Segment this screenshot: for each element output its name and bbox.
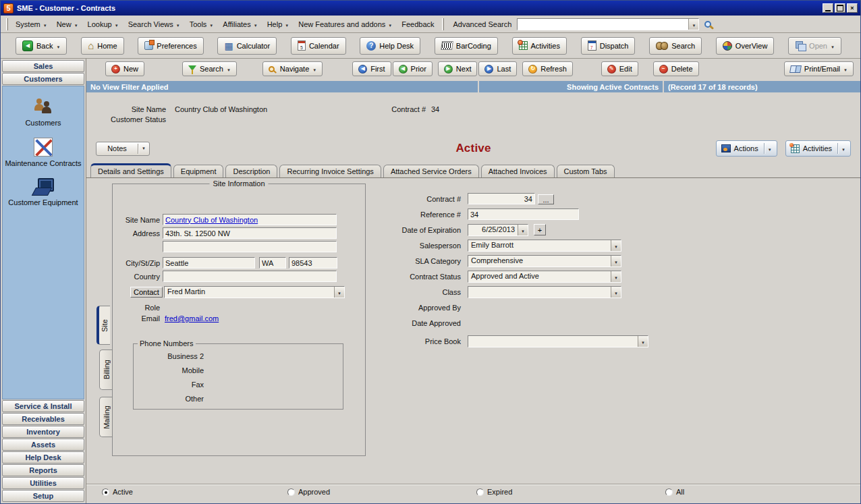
class-dropdown-button[interactable] <box>611 287 621 298</box>
sidebar-section-utilities[interactable]: Utilities <box>2 477 84 489</box>
zip-field[interactable] <box>289 257 337 269</box>
sidebar-section-receivables[interactable]: Receivables <box>2 413 84 425</box>
menu-lookup[interactable]: Lookup <box>83 18 123 30</box>
next-record-button[interactable]: ▶Next <box>438 61 478 76</box>
print-email-button[interactable]: Print/Email <box>784 61 854 76</box>
activities-button[interactable]: Activities <box>512 37 567 55</box>
side-tab-billing[interactable]: Billing <box>99 349 113 390</box>
side-tab-site[interactable]: Site <box>96 306 110 345</box>
price-book-combo[interactable] <box>468 335 648 347</box>
sidebar-section-reports[interactable]: Reports <box>2 464 84 476</box>
radio-expired-dot[interactable] <box>476 488 484 496</box>
dispatch-button[interactable]: Dispatch <box>581 37 636 55</box>
contract-status-combo[interactable]: Approved and Active <box>468 271 621 283</box>
site-name-field[interactable]: Country Club of Washington <box>163 214 337 225</box>
contract-browse-button[interactable]: ... <box>538 194 554 204</box>
radio-active-dot[interactable] <box>102 488 109 496</box>
search-records-button[interactable]: Search <box>182 61 237 76</box>
home-button[interactable]: ⌂Home <box>81 37 123 55</box>
radio-active[interactable]: Active <box>102 488 133 496</box>
sidebar-item-maintenance-contracts[interactable]: Maintenance Contracts <box>5 138 81 167</box>
preferences-button[interactable]: Preferences <box>138 37 203 55</box>
sidebar-item-customers[interactable]: Customers <box>25 97 61 127</box>
menu-tools[interactable]: Tools <box>185 18 219 30</box>
radio-all-dot[interactable] <box>665 488 673 496</box>
refresh-button[interactable]: ↻Refresh <box>522 61 573 76</box>
sidebar-section-customers[interactable]: Customers <box>2 73 84 85</box>
site-name-link[interactable]: Country Club of Washington <box>165 216 258 224</box>
contact-button[interactable]: Contact <box>130 287 163 298</box>
address-line1-field[interactable] <box>163 227 337 239</box>
sidebar-section-assets[interactable]: Assets <box>2 439 84 451</box>
menu-system[interactable]: System <box>11 18 52 30</box>
calculator-button[interactable]: ▦Calculator <box>217 37 277 55</box>
radio-approved[interactable]: Approved <box>287 488 330 496</box>
email-link[interactable]: fred@gmail.com <box>165 314 219 323</box>
actions-button[interactable]: Actions <box>716 140 777 157</box>
tab-recurring-invoice-settings[interactable]: Recurring Invoice Settings <box>279 165 381 177</box>
city-field[interactable] <box>163 257 255 269</box>
country-field[interactable] <box>163 271 337 282</box>
salesperson-combo[interactable]: Emily Barrott <box>468 240 621 252</box>
menu-affiliates[interactable]: Affiliates <box>218 18 262 30</box>
sidebar-item-customer-equipment[interactable]: Customer Equipment <box>8 178 78 206</box>
state-field[interactable] <box>259 257 286 269</box>
minimize-button[interactable] <box>823 3 833 13</box>
notes-button[interactable]: Notes <box>96 142 150 156</box>
class-combo[interactable] <box>468 286 621 298</box>
barcoding-button[interactable]: BarCoding <box>435 37 498 55</box>
tab-description[interactable]: Description <box>225 165 277 177</box>
prior-record-button[interactable]: ◀Prior <box>393 61 433 76</box>
address-line2-field[interactable] <box>163 241 337 252</box>
tab-custom-tabs[interactable]: Custom Tabs <box>557 165 615 177</box>
contact-dropdown-button[interactable] <box>334 287 344 298</box>
menu-new[interactable]: New <box>52 18 83 30</box>
delete-button[interactable]: −Delete <box>653 61 699 76</box>
search-button[interactable]: Search <box>649 37 702 55</box>
menu-search-views[interactable]: Search Views <box>123 18 185 30</box>
contact-combo[interactable]: Fred Martin <box>164 286 345 298</box>
sidebar-section-inventory[interactable]: Inventory <box>2 426 84 438</box>
help-desk-button[interactable]: ?Help Desk <box>360 37 420 55</box>
last-record-button[interactable]: ▶Last <box>478 61 517 76</box>
menu-help[interactable]: Help <box>262 18 294 30</box>
advanced-search-dropdown-button[interactable] <box>688 19 698 30</box>
tab-equipment[interactable]: Equipment <box>173 165 224 177</box>
new-record-button[interactable]: +New <box>105 61 144 76</box>
radio-all[interactable]: All <box>665 488 684 496</box>
navigate-button[interactable]: Navigate <box>262 61 323 76</box>
open-button[interactable]: Open <box>788 37 841 55</box>
price-book-dropdown-button[interactable] <box>638 336 648 347</box>
sidebar-section-setup[interactable]: Setup <box>2 490 84 502</box>
add-date-button[interactable]: + <box>534 224 546 235</box>
search-icon[interactable] <box>704 21 711 28</box>
menu-new-features[interactable]: New Features and addons <box>294 18 397 30</box>
radio-approved-dot[interactable] <box>287 488 295 496</box>
sidebar-section-sales[interactable]: Sales <box>2 60 84 72</box>
edit-button[interactable]: ✎Edit <box>601 61 638 76</box>
close-button[interactable]: × <box>847 3 858 13</box>
contract-status-dropdown-button[interactable] <box>611 271 621 282</box>
overview-button[interactable]: OverView <box>716 37 774 55</box>
advanced-search-input[interactable] <box>517 18 699 30</box>
reference-number-field[interactable] <box>468 208 579 220</box>
advanced-search-field[interactable] <box>518 19 688 30</box>
side-tab-mailing[interactable]: Mailing <box>99 397 113 437</box>
maximize-button[interactable] <box>835 3 845 13</box>
radio-expired[interactable]: Expired <box>476 488 512 496</box>
tab-attached-service-orders[interactable]: Attached Service Orders <box>383 165 479 177</box>
tab-attached-invoices[interactable]: Attached Invoices <box>481 165 555 177</box>
activities-dropdown-button[interactable]: Activities <box>785 140 851 157</box>
calendar-button[interactable]: Calendar <box>291 37 346 55</box>
sla-category-combo[interactable]: Comprehensive <box>468 255 621 267</box>
back-button[interactable]: ◀Back <box>16 37 67 55</box>
sidebar-section-help-desk[interactable]: Help Desk <box>2 451 84 464</box>
sla-dropdown-button[interactable] <box>611 256 621 267</box>
tab-details-and-settings[interactable]: Details and Settings <box>90 163 171 177</box>
expiration-date-combo[interactable]: 6/25/2013 <box>468 224 528 236</box>
sidebar-section-service-install[interactable]: Service & Install <box>2 400 84 412</box>
menu-feedback[interactable]: Feedback <box>397 18 439 30</box>
contract-number-field[interactable] <box>468 193 535 204</box>
expiration-date-dropdown-button[interactable] <box>518 225 528 235</box>
first-record-button[interactable]: ◀First <box>352 61 391 76</box>
